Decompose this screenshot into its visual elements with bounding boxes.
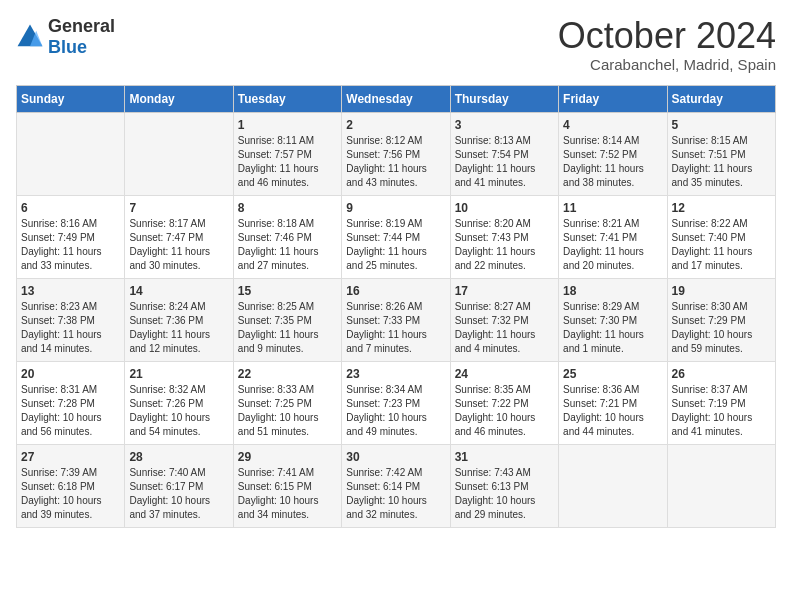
day-info: Sunrise: 8:20 AM Sunset: 7:43 PM Dayligh… — [455, 217, 554, 273]
calendar-cell: 4Sunrise: 8:14 AM Sunset: 7:52 PM Daylig… — [559, 112, 667, 195]
calendar-cell: 11Sunrise: 8:21 AM Sunset: 7:41 PM Dayli… — [559, 195, 667, 278]
day-number: 13 — [21, 284, 120, 298]
weekday-header: Monday — [125, 85, 233, 112]
day-number: 28 — [129, 450, 228, 464]
day-number: 15 — [238, 284, 337, 298]
calendar-cell — [17, 112, 125, 195]
day-info: Sunrise: 8:33 AM Sunset: 7:25 PM Dayligh… — [238, 383, 337, 439]
day-info: Sunrise: 8:37 AM Sunset: 7:19 PM Dayligh… — [672, 383, 771, 439]
weekday-header: Wednesday — [342, 85, 450, 112]
day-info: Sunrise: 8:25 AM Sunset: 7:35 PM Dayligh… — [238, 300, 337, 356]
logo-blue: Blue — [48, 37, 87, 57]
weekday-header: Sunday — [17, 85, 125, 112]
calendar-cell: 22Sunrise: 8:33 AM Sunset: 7:25 PM Dayli… — [233, 361, 341, 444]
calendar-cell: 14Sunrise: 8:24 AM Sunset: 7:36 PM Dayli… — [125, 278, 233, 361]
day-info: Sunrise: 8:21 AM Sunset: 7:41 PM Dayligh… — [563, 217, 662, 273]
calendar-cell: 25Sunrise: 8:36 AM Sunset: 7:21 PM Dayli… — [559, 361, 667, 444]
day-info: Sunrise: 8:27 AM Sunset: 7:32 PM Dayligh… — [455, 300, 554, 356]
calendar-week-row: 1Sunrise: 8:11 AM Sunset: 7:57 PM Daylig… — [17, 112, 776, 195]
day-info: Sunrise: 8:30 AM Sunset: 7:29 PM Dayligh… — [672, 300, 771, 356]
day-info: Sunrise: 8:17 AM Sunset: 7:47 PM Dayligh… — [129, 217, 228, 273]
day-info: Sunrise: 8:34 AM Sunset: 7:23 PM Dayligh… — [346, 383, 445, 439]
day-number: 8 — [238, 201, 337, 215]
day-info: Sunrise: 8:16 AM Sunset: 7:49 PM Dayligh… — [21, 217, 120, 273]
calendar-cell: 26Sunrise: 8:37 AM Sunset: 7:19 PM Dayli… — [667, 361, 775, 444]
weekday-header: Friday — [559, 85, 667, 112]
day-number: 31 — [455, 450, 554, 464]
day-number: 23 — [346, 367, 445, 381]
day-number: 6 — [21, 201, 120, 215]
title-block: October 2024 Carabanchel, Madrid, Spain — [558, 16, 776, 73]
calendar-cell: 5Sunrise: 8:15 AM Sunset: 7:51 PM Daylig… — [667, 112, 775, 195]
calendar-cell: 30Sunrise: 7:42 AM Sunset: 6:14 PM Dayli… — [342, 444, 450, 527]
calendar-cell — [125, 112, 233, 195]
calendar-body: 1Sunrise: 8:11 AM Sunset: 7:57 PM Daylig… — [17, 112, 776, 527]
weekday-header: Saturday — [667, 85, 775, 112]
day-info: Sunrise: 8:19 AM Sunset: 7:44 PM Dayligh… — [346, 217, 445, 273]
day-number: 24 — [455, 367, 554, 381]
month-title: October 2024 — [558, 16, 776, 56]
calendar-week-row: 20Sunrise: 8:31 AM Sunset: 7:28 PM Dayli… — [17, 361, 776, 444]
calendar-cell: 3Sunrise: 8:13 AM Sunset: 7:54 PM Daylig… — [450, 112, 558, 195]
day-number: 2 — [346, 118, 445, 132]
day-number: 29 — [238, 450, 337, 464]
day-number: 9 — [346, 201, 445, 215]
day-info: Sunrise: 8:35 AM Sunset: 7:22 PM Dayligh… — [455, 383, 554, 439]
calendar-cell: 28Sunrise: 7:40 AM Sunset: 6:17 PM Dayli… — [125, 444, 233, 527]
day-number: 27 — [21, 450, 120, 464]
logo: General Blue — [16, 16, 115, 58]
day-number: 11 — [563, 201, 662, 215]
day-number: 1 — [238, 118, 337, 132]
calendar-cell: 10Sunrise: 8:20 AM Sunset: 7:43 PM Dayli… — [450, 195, 558, 278]
day-number: 26 — [672, 367, 771, 381]
calendar-cell: 9Sunrise: 8:19 AM Sunset: 7:44 PM Daylig… — [342, 195, 450, 278]
day-number: 21 — [129, 367, 228, 381]
day-info: Sunrise: 8:12 AM Sunset: 7:56 PM Dayligh… — [346, 134, 445, 190]
day-number: 7 — [129, 201, 228, 215]
logo-icon — [16, 23, 44, 51]
calendar-cell: 13Sunrise: 8:23 AM Sunset: 7:38 PM Dayli… — [17, 278, 125, 361]
calendar-week-row: 27Sunrise: 7:39 AM Sunset: 6:18 PM Dayli… — [17, 444, 776, 527]
calendar-cell: 19Sunrise: 8:30 AM Sunset: 7:29 PM Dayli… — [667, 278, 775, 361]
day-info: Sunrise: 7:40 AM Sunset: 6:17 PM Dayligh… — [129, 466, 228, 522]
day-number: 22 — [238, 367, 337, 381]
day-info: Sunrise: 8:18 AM Sunset: 7:46 PM Dayligh… — [238, 217, 337, 273]
calendar-cell — [667, 444, 775, 527]
calendar-cell: 16Sunrise: 8:26 AM Sunset: 7:33 PM Dayli… — [342, 278, 450, 361]
calendar-cell: 1Sunrise: 8:11 AM Sunset: 7:57 PM Daylig… — [233, 112, 341, 195]
day-number: 16 — [346, 284, 445, 298]
calendar-cell: 27Sunrise: 7:39 AM Sunset: 6:18 PM Dayli… — [17, 444, 125, 527]
day-number: 5 — [672, 118, 771, 132]
calendar-cell: 24Sunrise: 8:35 AM Sunset: 7:22 PM Dayli… — [450, 361, 558, 444]
day-info: Sunrise: 8:23 AM Sunset: 7:38 PM Dayligh… — [21, 300, 120, 356]
calendar-cell: 7Sunrise: 8:17 AM Sunset: 7:47 PM Daylig… — [125, 195, 233, 278]
day-number: 19 — [672, 284, 771, 298]
day-info: Sunrise: 8:13 AM Sunset: 7:54 PM Dayligh… — [455, 134, 554, 190]
weekday-row: SundayMondayTuesdayWednesdayThursdayFrid… — [17, 85, 776, 112]
day-number: 4 — [563, 118, 662, 132]
day-number: 12 — [672, 201, 771, 215]
calendar-cell: 8Sunrise: 8:18 AM Sunset: 7:46 PM Daylig… — [233, 195, 341, 278]
day-number: 25 — [563, 367, 662, 381]
page-header: General Blue October 2024 Carabanchel, M… — [16, 16, 776, 73]
logo-general: General — [48, 16, 115, 36]
day-number: 10 — [455, 201, 554, 215]
day-info: Sunrise: 8:29 AM Sunset: 7:30 PM Dayligh… — [563, 300, 662, 356]
weekday-header: Tuesday — [233, 85, 341, 112]
calendar-cell: 21Sunrise: 8:32 AM Sunset: 7:26 PM Dayli… — [125, 361, 233, 444]
day-info: Sunrise: 7:42 AM Sunset: 6:14 PM Dayligh… — [346, 466, 445, 522]
day-number: 17 — [455, 284, 554, 298]
day-info: Sunrise: 8:26 AM Sunset: 7:33 PM Dayligh… — [346, 300, 445, 356]
calendar-cell: 12Sunrise: 8:22 AM Sunset: 7:40 PM Dayli… — [667, 195, 775, 278]
day-info: Sunrise: 8:15 AM Sunset: 7:51 PM Dayligh… — [672, 134, 771, 190]
day-number: 3 — [455, 118, 554, 132]
day-info: Sunrise: 8:31 AM Sunset: 7:28 PM Dayligh… — [21, 383, 120, 439]
calendar-cell: 18Sunrise: 8:29 AM Sunset: 7:30 PM Dayli… — [559, 278, 667, 361]
calendar-table: SundayMondayTuesdayWednesdayThursdayFrid… — [16, 85, 776, 528]
day-info: Sunrise: 8:11 AM Sunset: 7:57 PM Dayligh… — [238, 134, 337, 190]
calendar-week-row: 13Sunrise: 8:23 AM Sunset: 7:38 PM Dayli… — [17, 278, 776, 361]
day-number: 14 — [129, 284, 228, 298]
calendar-cell: 6Sunrise: 8:16 AM Sunset: 7:49 PM Daylig… — [17, 195, 125, 278]
day-number: 18 — [563, 284, 662, 298]
calendar-header: SundayMondayTuesdayWednesdayThursdayFrid… — [17, 85, 776, 112]
